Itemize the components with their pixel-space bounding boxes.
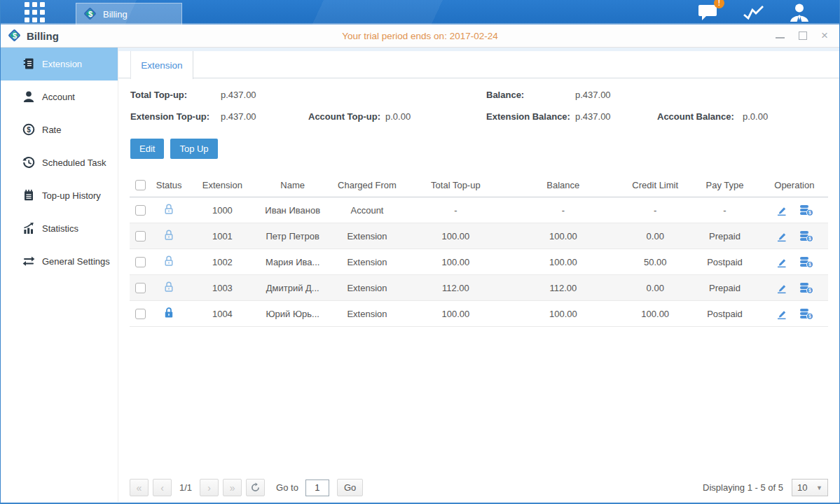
- sidebar-item-label: Scheduled Task: [42, 158, 106, 168]
- top-up-icon[interactable]: $: [799, 230, 813, 242]
- sidebar-item-label: Extension: [42, 59, 82, 69]
- top-up-icon[interactable]: $: [799, 282, 813, 294]
- go-button[interactable]: Go: [337, 479, 363, 496]
- main-content: Extension Total Top-up: p.437.00 Balance…: [118, 48, 839, 502]
- cell-pay-type: Postpaid: [689, 249, 760, 275]
- cell-name: Дмитрий Д...: [258, 275, 328, 301]
- edit-icon[interactable]: [776, 282, 787, 294]
- cell-credit-limit: -: [621, 197, 689, 223]
- row-checkbox[interactable]: [135, 231, 146, 241]
- top-up-icon[interactable]: $: [799, 204, 813, 216]
- general-settings-icon: [22, 255, 35, 268]
- col-total-topup: Total Top-up: [406, 173, 504, 197]
- account-topup-label: Account Top-up:: [308, 111, 380, 122]
- page-indicator: 1/1: [179, 482, 192, 493]
- trial-message: Your trial period ends on: 2017-02-24: [1, 31, 839, 41]
- top-up-button[interactable]: Top Up: [170, 139, 217, 159]
- cell-balance: 100.00: [505, 223, 622, 249]
- svg-text:$: $: [808, 236, 811, 241]
- prev-page-button[interactable]: ‹: [153, 479, 172, 496]
- notifications-icon[interactable]: !: [698, 3, 719, 22]
- page-size-value: 10: [797, 482, 807, 493]
- col-charged-from: Charged From: [328, 173, 406, 197]
- cell-charged-from: Extension: [328, 249, 406, 275]
- select-all-checkbox[interactable]: [135, 180, 146, 190]
- cell-balance: -: [505, 197, 622, 223]
- cell-total-topup: 112.00: [406, 275, 504, 301]
- cell-total-topup: -: [406, 197, 504, 223]
- billing-app-icon: $: [8, 29, 22, 43]
- row-checkbox[interactable]: [135, 205, 146, 216]
- cell-extension: 1004: [187, 301, 257, 327]
- cell-pay-type: Prepaid: [689, 223, 760, 249]
- account-balance-value: p.0.00: [743, 111, 768, 122]
- tab-strip: Extension: [118, 48, 839, 78]
- table-footer: « ‹ 1/1 › » Go to Go Displaying 1 - 5 of…: [130, 479, 828, 496]
- top-up-icon[interactable]: $: [799, 308, 813, 320]
- edit-icon[interactable]: [776, 230, 787, 242]
- cell-credit-limit: 0.00: [621, 275, 689, 301]
- cell-total-topup: 100.00: [406, 223, 504, 249]
- extension-balance-label: Extension Balance:: [486, 111, 570, 122]
- maximize-icon[interactable]: [799, 31, 807, 40]
- sidebar-item-general-settings[interactable]: General Settings: [1, 245, 118, 278]
- taskbar: $ Billing !: [1, 0, 839, 24]
- svg-text:$: $: [808, 210, 811, 216]
- sidebar-item-extension[interactable]: Extension: [1, 48, 118, 80]
- window-title: Billing: [27, 30, 59, 42]
- cell-extension: 1001: [187, 223, 257, 249]
- chevron-down-icon: ▼: [816, 484, 822, 491]
- next-page-button[interactable]: ›: [200, 479, 219, 496]
- balance-value: p.437.00: [575, 90, 611, 100]
- sidebar-item-scheduled-task[interactable]: Scheduled Task: [1, 146, 118, 179]
- goto-page-input[interactable]: [305, 479, 329, 496]
- user-account-icon[interactable]: [789, 3, 810, 22]
- account-icon: [22, 90, 35, 104]
- sidebar-item-label: Account: [42, 92, 75, 102]
- edit-icon[interactable]: [776, 308, 787, 320]
- lock-status-icon: [163, 232, 174, 243]
- row-checkbox[interactable]: [135, 309, 146, 319]
- sidebar-item-rate[interactable]: $ Rate: [1, 113, 118, 146]
- titlebar: $ Billing Your trial period ends on: 201…: [1, 24, 839, 48]
- statistics-chart-icon[interactable]: [743, 4, 765, 21]
- extension-topup-label: Extension Top-up:: [130, 111, 209, 122]
- row-checkbox[interactable]: [135, 257, 146, 267]
- extension-table: Status Extension Name Charged From Total…: [130, 173, 828, 327]
- col-status: Status: [151, 173, 187, 197]
- sidebar-item-label: Rate: [42, 125, 61, 135]
- edit-button[interactable]: Edit: [130, 139, 164, 159]
- lock-status-icon: [163, 284, 174, 295]
- account-balance-label: Account Balance:: [657, 111, 734, 122]
- tab-extension[interactable]: Extension: [130, 51, 193, 79]
- cell-name: Юрий Юрь...: [258, 301, 328, 327]
- cell-name: Иван Иванов: [258, 197, 328, 223]
- row-checkbox[interactable]: [135, 283, 146, 293]
- refresh-button[interactable]: [246, 479, 265, 496]
- minimize-icon[interactable]: [776, 33, 785, 38]
- notification-badge: !: [714, 0, 724, 8]
- svg-text:$: $: [808, 314, 811, 319]
- cell-balance: 100.00: [505, 249, 622, 275]
- cell-total-topup: 100.00: [406, 301, 504, 327]
- sidebar-item-account[interactable]: Account: [1, 80, 118, 113]
- lock-status-icon: [163, 310, 174, 321]
- close-icon[interactable]: ×: [821, 31, 828, 41]
- page-size-select[interactable]: 10 ▼: [792, 479, 828, 496]
- cell-charged-from: Extension: [328, 301, 406, 327]
- sidebar-item-topup-history[interactable]: Top-up History: [1, 179, 118, 212]
- sidebar-item-statistics[interactable]: Statistics: [1, 212, 118, 245]
- sidebar-item-label: Statistics: [42, 223, 78, 234]
- first-page-button[interactable]: «: [130, 479, 149, 496]
- edit-icon[interactable]: [776, 204, 787, 216]
- billing-summary: Total Top-up: p.437.00 Balance: p.437.00…: [118, 87, 839, 139]
- cell-credit-limit: 0.00: [621, 223, 689, 249]
- app-grid-icon[interactable]: [25, 2, 45, 22]
- cell-pay-type: Postpaid: [689, 301, 760, 327]
- taskbar-tab-billing[interactable]: $ Billing: [76, 3, 182, 24]
- top-up-icon[interactable]: $: [799, 256, 813, 268]
- topup-history-icon: [22, 189, 35, 202]
- last-page-button[interactable]: »: [223, 479, 242, 496]
- edit-icon[interactable]: [776, 256, 787, 268]
- cell-pay-type: Prepaid: [689, 275, 760, 301]
